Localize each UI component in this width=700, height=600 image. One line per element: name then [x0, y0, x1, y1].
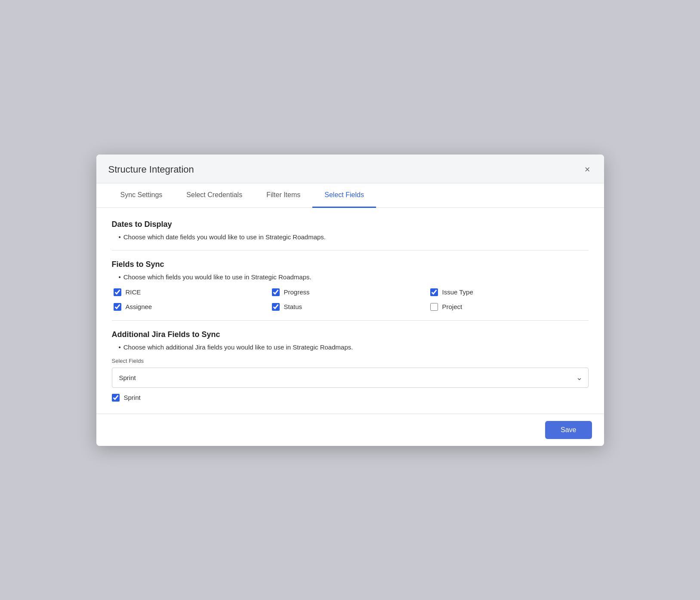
- checkbox-item-progress: Progress: [272, 288, 430, 296]
- additional-jira-section: Additional Jira Fields to Sync Choose wh…: [112, 330, 589, 402]
- checkbox-progress[interactable]: [272, 288, 280, 296]
- modal-overlay: Structure Integration × Sync Settings Se…: [96, 155, 604, 446]
- fields-select[interactable]: Sprint: [112, 368, 589, 388]
- close-button[interactable]: ×: [583, 163, 592, 176]
- save-button[interactable]: Save: [545, 421, 592, 439]
- select-fields-label: Select Fields: [112, 358, 589, 364]
- divider-1: [112, 250, 589, 251]
- checkbox-item-project: Project: [430, 303, 589, 311]
- checkbox-issue-type-label[interactable]: Issue Type: [442, 288, 473, 296]
- tab-filter-items[interactable]: Filter Items: [254, 183, 312, 208]
- tab-bar: Sync Settings Select Credentials Filter …: [96, 183, 604, 208]
- checkbox-item-rice: RICE: [114, 288, 272, 296]
- checkbox-assignee[interactable]: [114, 303, 121, 311]
- dates-description: Choose which date fields you would like …: [119, 233, 589, 241]
- modal-body: Dates to Display Choose which date field…: [96, 208, 604, 414]
- checkbox-sprint-label[interactable]: Sprint: [124, 394, 141, 401]
- additional-jira-description: Choose which additional Jira fields you …: [119, 343, 589, 351]
- dates-section: Dates to Display Choose which date field…: [112, 220, 589, 241]
- checkbox-issue-type[interactable]: [430, 288, 438, 296]
- checkbox-rice[interactable]: [114, 288, 121, 296]
- checkbox-sprint[interactable]: [112, 394, 120, 402]
- checkbox-item-status: Status: [272, 303, 430, 311]
- tab-sync-settings[interactable]: Sync Settings: [108, 183, 175, 208]
- checkbox-project-label[interactable]: Project: [442, 303, 463, 310]
- checkbox-assignee-label[interactable]: Assignee: [126, 303, 152, 310]
- checkbox-item-issue-type: Issue Type: [430, 288, 589, 296]
- modal-header: Structure Integration ×: [96, 155, 604, 183]
- checkbox-status-label[interactable]: Status: [284, 303, 302, 310]
- modal-title: Structure Integration: [108, 164, 194, 175]
- checkbox-rice-label[interactable]: RICE: [126, 288, 141, 296]
- modal-footer: Save: [96, 414, 604, 446]
- fields-to-sync-description: Choose which fields you would like to us…: [119, 273, 589, 281]
- checkbox-project[interactable]: [430, 303, 438, 311]
- checkbox-progress-label[interactable]: Progress: [284, 288, 310, 296]
- fields-to-sync-title: Fields to Sync: [112, 260, 589, 269]
- modal-dialog: Structure Integration × Sync Settings Se…: [96, 155, 604, 446]
- tab-select-fields[interactable]: Select Fields: [312, 183, 376, 208]
- sprint-checkbox-item: Sprint: [112, 394, 589, 402]
- dates-title: Dates to Display: [112, 220, 589, 229]
- divider-2: [112, 320, 589, 321]
- select-fields-wrapper: Sprint ⌄: [112, 368, 589, 388]
- fields-to-sync-section: Fields to Sync Choose which fields you w…: [112, 260, 589, 311]
- additional-jira-title: Additional Jira Fields to Sync: [112, 330, 589, 339]
- fields-checkbox-grid: RICE Progress Issue Type Assignee: [114, 288, 589, 311]
- tab-select-credentials[interactable]: Select Credentials: [174, 183, 254, 208]
- checkbox-status[interactable]: [272, 303, 280, 311]
- checkbox-item-assignee: Assignee: [114, 303, 272, 311]
